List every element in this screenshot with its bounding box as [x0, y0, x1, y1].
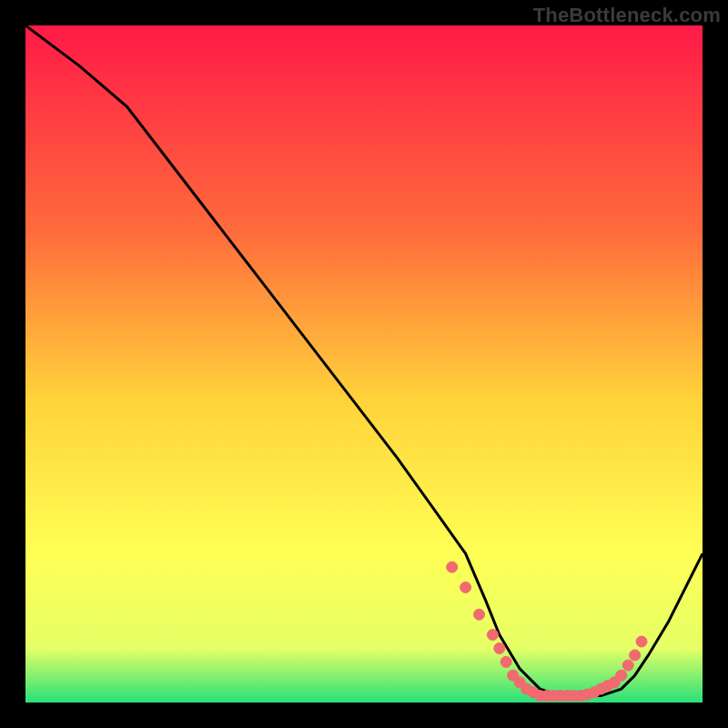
gradient-background — [25, 25, 703, 703]
highlight-dot — [630, 650, 641, 661]
highlight-dot — [636, 636, 647, 647]
plot-area — [25, 25, 703, 703]
highlight-dot — [622, 660, 633, 671]
chart-container: TheBottleneck.com — [0, 0, 728, 728]
plot-svg — [25, 25, 703, 703]
highlight-dot — [494, 643, 505, 654]
highlight-dot — [447, 561, 458, 572]
highlight-dot — [616, 670, 627, 681]
highlight-dot — [500, 656, 511, 667]
highlight-dot — [487, 630, 498, 641]
watermark-text: TheBottleneck.com — [533, 4, 721, 27]
highlight-dot — [460, 582, 471, 593]
highlight-dot — [474, 609, 485, 620]
